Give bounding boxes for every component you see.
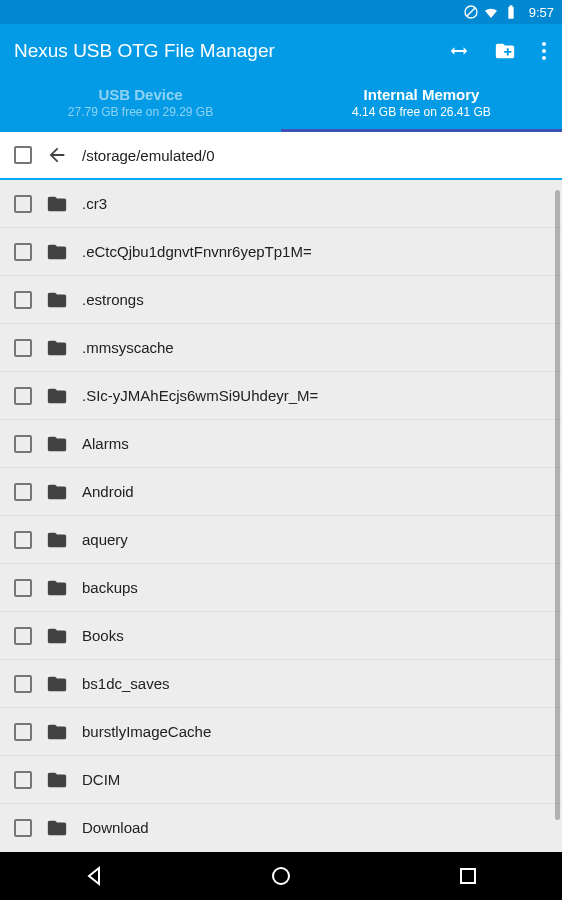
status-bar: 9:57 — [0, 0, 562, 24]
item-name: .eCtcQjbu1dgnvtFnvnr6yepTp1M= — [82, 243, 312, 260]
folder-icon — [46, 433, 68, 455]
item-checkbox[interactable] — [14, 339, 32, 357]
item-checkbox[interactable] — [14, 771, 32, 789]
item-checkbox[interactable] — [14, 243, 32, 261]
new-folder-icon[interactable] — [494, 40, 516, 62]
item-name: Android — [82, 483, 134, 500]
list-item[interactable]: backups — [0, 564, 562, 612]
item-name: Download — [82, 819, 149, 836]
file-list[interactable]: .cr3.eCtcQjbu1dgnvtFnvnr6yepTp1M=.estron… — [0, 180, 562, 842]
item-name: Alarms — [82, 435, 129, 452]
item-checkbox[interactable] — [14, 675, 32, 693]
folder-icon — [46, 769, 68, 791]
list-item[interactable]: Books — [0, 612, 562, 660]
item-checkbox[interactable] — [14, 435, 32, 453]
folder-icon — [46, 241, 68, 263]
status-time: 9:57 — [529, 5, 554, 20]
tab-label: Internal Memory — [364, 86, 480, 103]
folder-icon — [46, 529, 68, 551]
folder-icon — [46, 481, 68, 503]
sort-icon[interactable] — [448, 40, 470, 62]
list-item[interactable]: .SIc-yJMAhEcjs6wmSi9Uhdeyr_M= — [0, 372, 562, 420]
item-name: .SIc-yJMAhEcjs6wmSi9Uhdeyr_M= — [82, 387, 318, 404]
list-item[interactable]: DCIM — [0, 756, 562, 804]
tab-internal-memory[interactable]: Internal Memory 4.14 GB free on 26.41 GB — [281, 72, 562, 132]
item-checkbox[interactable] — [14, 579, 32, 597]
nav-back-icon[interactable] — [82, 864, 106, 888]
back-arrow-icon[interactable] — [46, 144, 68, 166]
folder-icon — [46, 337, 68, 359]
app-actions — [448, 40, 548, 62]
item-name: burstlyImageCache — [82, 723, 211, 740]
item-checkbox[interactable] — [14, 531, 32, 549]
svg-line-1 — [467, 8, 475, 16]
current-path: /storage/emulated/0 — [82, 147, 215, 164]
item-checkbox[interactable] — [14, 387, 32, 405]
path-bar: /storage/emulated/0 — [0, 132, 562, 180]
list-item[interactable]: Alarms — [0, 420, 562, 468]
tab-usb-device[interactable]: USB Device 27.79 GB free on 29.29 GB — [0, 72, 281, 132]
item-checkbox[interactable] — [14, 627, 32, 645]
tab-sub: 4.14 GB free on 26.41 GB — [352, 105, 491, 119]
folder-icon — [46, 289, 68, 311]
no-icon — [463, 4, 479, 20]
item-name: backups — [82, 579, 138, 596]
item-name: .cr3 — [82, 195, 107, 212]
folder-icon — [46, 673, 68, 695]
battery-icon — [503, 4, 519, 20]
nav-home-icon[interactable] — [269, 864, 293, 888]
item-checkbox[interactable] — [14, 723, 32, 741]
list-item[interactable]: bs1dc_saves — [0, 660, 562, 708]
scrollbar[interactable] — [555, 190, 560, 820]
item-checkbox[interactable] — [14, 483, 32, 501]
nav-recent-icon[interactable] — [456, 864, 480, 888]
item-checkbox[interactable] — [14, 195, 32, 213]
item-name: .estrongs — [82, 291, 144, 308]
item-name: bs1dc_saves — [82, 675, 170, 692]
item-name: DCIM — [82, 771, 120, 788]
wifi-icon — [483, 4, 499, 20]
folder-icon — [46, 625, 68, 647]
app-title: Nexus USB OTG File Manager — [14, 40, 275, 62]
tab-label: USB Device — [98, 86, 182, 103]
list-item[interactable]: .cr3 — [0, 180, 562, 228]
folder-icon — [46, 385, 68, 407]
item-checkbox[interactable] — [14, 819, 32, 837]
list-item[interactable]: burstlyImageCache — [0, 708, 562, 756]
item-name: Books — [82, 627, 124, 644]
select-all-checkbox[interactable] — [14, 146, 32, 164]
folder-icon — [46, 577, 68, 599]
list-item[interactable]: Download — [0, 804, 562, 842]
folder-icon — [46, 721, 68, 743]
svg-point-2 — [273, 868, 289, 884]
list-item[interactable]: .mmsyscache — [0, 324, 562, 372]
overflow-menu-icon[interactable] — [540, 40, 548, 62]
android-nav-bar — [0, 852, 562, 900]
status-icons: 9:57 — [463, 4, 554, 20]
list-item[interactable]: aquery — [0, 516, 562, 564]
folder-icon — [46, 193, 68, 215]
tab-sub: 27.79 GB free on 29.29 GB — [68, 105, 213, 119]
list-item[interactable]: .estrongs — [0, 276, 562, 324]
item-checkbox[interactable] — [14, 291, 32, 309]
svg-rect-3 — [461, 869, 475, 883]
list-item[interactable]: Android — [0, 468, 562, 516]
tabs: USB Device 27.79 GB free on 29.29 GB Int… — [0, 72, 562, 132]
item-name: aquery — [82, 531, 128, 548]
folder-icon — [46, 817, 68, 839]
list-item[interactable]: .eCtcQjbu1dgnvtFnvnr6yepTp1M= — [0, 228, 562, 276]
item-name: .mmsyscache — [82, 339, 174, 356]
app-bar: Nexus USB OTG File Manager — [0, 24, 562, 72]
